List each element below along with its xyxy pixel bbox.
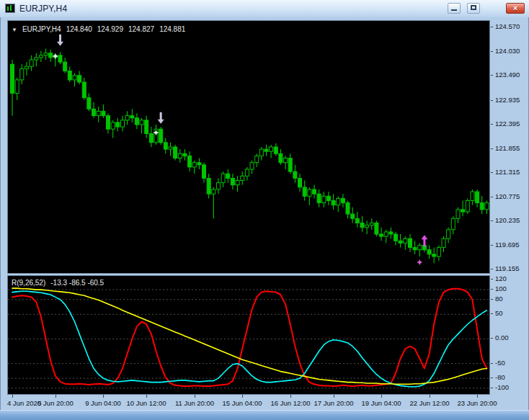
- axis-tick: [491, 289, 493, 290]
- time-axis-label: 4 Jun 2020: [7, 399, 41, 407]
- indicator-axis-label: -100: [495, 384, 509, 391]
- indicator-axis-label: 120: [495, 275, 507, 282]
- maximize-icon: [471, 5, 476, 10]
- axis-tick: [491, 197, 493, 197]
- indicator-values: -13.3 -86.5 -60.5: [50, 279, 104, 287]
- time-axis-tick: [146, 395, 147, 398]
- chart-symbol-timeframe: EURJPY,H4: [22, 25, 61, 33]
- price-axis-label: 124.570: [495, 23, 520, 30]
- minimize-icon: [451, 9, 457, 11]
- axis-tick: [491, 338, 493, 339]
- time-axis-tick: [103, 395, 104, 398]
- time-axis-label: 10 Jun 12:00: [127, 399, 166, 407]
- price-axis-label: 120.235: [495, 217, 520, 224]
- axis-tick: [491, 388, 493, 388]
- indicator-line-fast-red: [12, 289, 486, 386]
- maximize-button[interactable]: [467, 3, 480, 14]
- buy-arrow-icon: [421, 235, 427, 246]
- indicator-axis-label: -80: [495, 374, 505, 381]
- time-axis-tick: [242, 395, 243, 398]
- ohlc-low: 124.827: [128, 25, 154, 33]
- price-axis-label: 123.490: [495, 71, 520, 79]
- price-axis-label: 124.030: [495, 48, 520, 55]
- sell-arrow-icon: [57, 35, 63, 46]
- axis-tick: [491, 245, 493, 246]
- price-axis-label: 122.935: [495, 97, 520, 104]
- sell-arrow-icon: [158, 112, 164, 124]
- time-axis-tick: [195, 395, 195, 398]
- time-axis-tick: [430, 395, 430, 398]
- indicator-axis-label: -50: [495, 359, 505, 367]
- price-axis-label: 122.395: [495, 120, 520, 128]
- candlestick-chart[interactable]: [8, 21, 489, 273]
- axis-tick: [491, 100, 493, 101]
- axis-tick: [491, 377, 493, 378]
- axis-tick: [491, 27, 493, 27]
- time-axis-tick: [334, 395, 334, 398]
- app-window-icon: [5, 4, 15, 13]
- axis-tick: [491, 124, 493, 125]
- ohlc-close: 124.881: [159, 25, 185, 33]
- indicator-panel[interactable]: R(9,26,52)-13.3 -86.5 -60.5: [7, 275, 490, 395]
- price-axis-label: 120.775: [495, 193, 520, 200]
- signal-star-icon: [417, 259, 423, 265]
- axis-tick: [491, 220, 493, 221]
- indicator-axis-label: 50: [495, 310, 503, 317]
- time-axis-label: 5 Jun 20:00: [37, 399, 74, 407]
- time-axis-tick: [55, 395, 56, 398]
- time-axis[interactable]: 4 Jun 20205 Jun 20:009 Jun 04:0010 Jun 1…: [7, 395, 528, 408]
- window-title: EURJPY,H4: [19, 4, 67, 14]
- time-axis-label: 16 Jun 12:00: [271, 399, 311, 407]
- price-chart-panel[interactable]: ▼EURJPY,H4124.840124.929124.827124.881: [7, 20, 490, 274]
- time-axis-tick: [12, 395, 13, 398]
- price-axis-label: 119.155: [495, 265, 520, 272]
- close-button[interactable]: ×: [506, 3, 525, 14]
- price-axis-label: 119.695: [495, 241, 520, 249]
- time-axis-label: 19 Jun 04:00: [362, 399, 401, 407]
- price-axis-label: 121.855: [495, 145, 520, 152]
- ohlc-open: 124.840: [66, 25, 92, 33]
- axis-tick: [491, 363, 493, 364]
- window-titlebar[interactable]: EURJPY,H4 ×: [0, 0, 529, 17]
- time-axis-label: 22 Jun 12:00: [410, 399, 450, 407]
- time-axis-label: 9 Jun 04:00: [85, 399, 121, 407]
- axis-tick: [491, 269, 493, 269]
- axis-tick: [491, 313, 493, 314]
- indicator-name: R(9,26,52): [12, 279, 45, 287]
- window-bottom-frame: [0, 410, 529, 420]
- time-axis-label: 23 Jun 20:00: [458, 399, 497, 407]
- indicator-chart[interactable]: [8, 276, 489, 394]
- indicator-line-slow-yellow: [12, 288, 486, 384]
- axis-tick: [491, 172, 493, 173]
- time-axis-label: 15 Jun 04:00: [223, 399, 262, 407]
- time-axis-tick: [477, 395, 478, 398]
- indicator-label: R(9,26,52)-13.3 -86.5 -60.5: [12, 279, 109, 287]
- signal-star-icon: [53, 53, 58, 59]
- time-axis-tick: [381, 395, 382, 398]
- minimize-button[interactable]: [448, 3, 461, 14]
- time-axis-label: 17 Jun 20:00: [314, 399, 354, 407]
- price-axis-label: 121.315: [495, 169, 520, 176]
- indicator-axis-label: 0.00: [495, 334, 509, 341]
- axis-tick: [491, 51, 493, 52]
- time-axis-label: 11 Jun 20:00: [175, 399, 214, 407]
- indicator-axis-label: 100: [495, 285, 507, 292]
- symbol-dropdown-icon[interactable]: ▼: [12, 27, 17, 33]
- time-axis-tick: [290, 395, 291, 398]
- axis-tick: [491, 279, 493, 280]
- axis-tick: [491, 148, 493, 149]
- indicator-axis-label: 80: [495, 295, 503, 303]
- chart-info-label: ▼EURJPY,H4124.840124.929124.827124.881: [12, 25, 190, 33]
- ohlc-high: 124.929: [97, 25, 123, 33]
- price-axis[interactable]: 124.570124.030123.490122.935122.395121.8…: [491, 20, 529, 274]
- axis-tick: [491, 75, 493, 76]
- indicator-axis[interactable]: 12010080500.00-50-80-100: [491, 275, 529, 395]
- axis-tick: [491, 299, 493, 300]
